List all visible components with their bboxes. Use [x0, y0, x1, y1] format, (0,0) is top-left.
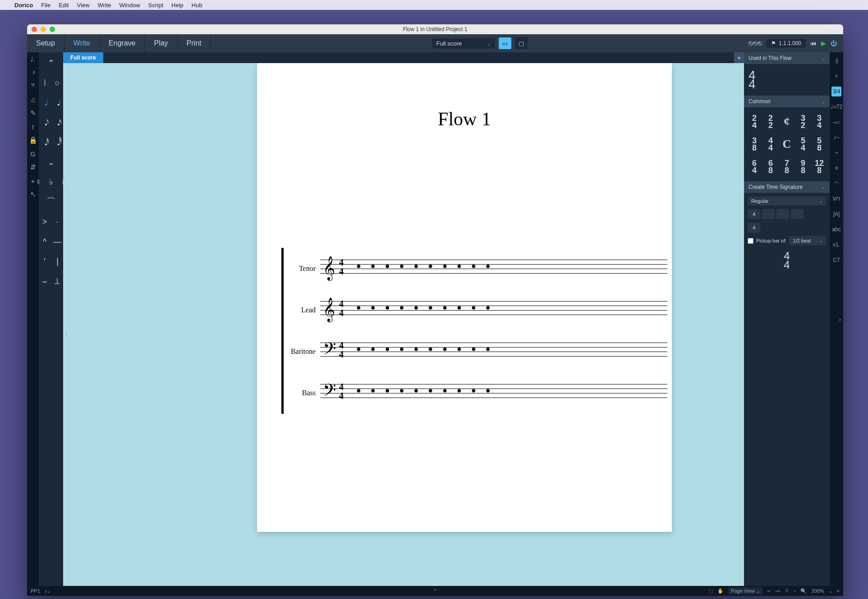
note-duration-button[interactable]: ^ — [40, 235, 49, 248]
note-duration-button[interactable]: ○ — [53, 76, 62, 90]
power-icon[interactable]: ⏻ — [831, 40, 837, 47]
note-duration-button[interactable]: 𝅘𝅥𝅮 — [40, 116, 49, 129]
grid-icon[interactable]: ⠿ — [785, 588, 789, 594]
time-sig-78[interactable]: 78 — [780, 157, 794, 177]
staff-lines[interactable]: 𝄢44● ● ● ● ● ● ● ● ● ● — [320, 384, 667, 402]
menu-edit[interactable]: Edit — [59, 2, 69, 9]
time-sig-32[interactable]: 32 — [796, 112, 810, 132]
staff-bass[interactable]: Bass𝄢44● ● ● ● ● ● ● ● ● ● — [284, 372, 667, 414]
time-sig-22[interactable]: 22 — [764, 112, 777, 132]
notes[interactable]: ● ● ● ● ● ● ● ● ● ● — [356, 303, 494, 312]
note-duration-button[interactable]: — — [53, 235, 62, 248]
dynamics-panel-button[interactable]: 𝆒 — [831, 117, 841, 127]
rewind-icon[interactable]: ⏮ — [810, 40, 817, 47]
staff-lead[interactable]: Lead𝄞44● ● ● ● ● ● ● ● ● ● — [284, 289, 667, 331]
view-mode-selector[interactable]: Page View — [728, 587, 762, 594]
mode-play-button[interactable]: Play — [145, 34, 177, 52]
mode-write-button[interactable]: Write — [64, 34, 100, 52]
ts-type-selector[interactable]: Regular — [748, 197, 826, 206]
notes[interactable]: ● ● ● ● ● ● ● ● ● ● — [356, 344, 494, 354]
pickup-value-selector[interactable]: 1/2 beat — [789, 236, 826, 245]
text-panel-button[interactable]: abc — [831, 224, 841, 234]
time-sig-¢[interactable]: ¢ — [780, 112, 794, 132]
time-sig-54[interactable]: 54 — [796, 134, 810, 154]
time-sig-34[interactable]: 34 — [813, 112, 826, 132]
time-sig-44[interactable]: 44 — [764, 134, 777, 154]
menu-dorico[interactable]: Dorico — [14, 2, 33, 9]
transport-position[interactable]: ⚑ 1.1.1.000 — [767, 39, 806, 48]
spread-horiz-icon[interactable]: ▫▫ — [767, 588, 771, 594]
denominator-input[interactable]: 4 — [748, 223, 760, 233]
left-panel-toggle[interactable]: ‹ — [63, 325, 69, 343]
time-sig-68[interactable]: 68 — [764, 157, 777, 177]
clef-sel-icon[interactable]: 𝄢 — [29, 82, 37, 90]
common-panel-header[interactable]: Common — [744, 96, 830, 107]
note-duration-button[interactable]: 𝅘𝅥 — [53, 96, 62, 110]
lock-icon[interactable]: 🔒 — [29, 136, 37, 144]
menu-help[interactable]: Help — [171, 2, 184, 9]
notes[interactable]: ● ● ● ● ● ● ● ● ● ● — [356, 386, 494, 395]
time-sig-128[interactable]: 128 — [813, 157, 826, 177]
menu-hub[interactable]: Hub — [192, 2, 202, 9]
chevron-down-icon[interactable] — [829, 588, 832, 594]
holds-panel-button[interactable]: ◠ — [831, 178, 841, 188]
galley-view-button[interactable]: ▭ — [499, 37, 511, 49]
staff-tenor[interactable]: Tenor𝄞44● ● ● ● ● ● ● ● ● ● — [284, 248, 667, 289]
note-duration-button[interactable]: ♮ — [34, 175, 43, 189]
page-view-button[interactable]: ▢ — [515, 37, 528, 49]
zoom-level[interactable]: 200% — [811, 588, 824, 594]
cursor-icon[interactable]: I — [29, 123, 37, 131]
mode-print-button[interactable]: Print — [178, 34, 211, 52]
layout-tab[interactable]: Full score — [63, 52, 103, 63]
numerator-4[interactable] — [791, 209, 804, 219]
note-duration-button[interactable]: ⁀ — [46, 195, 55, 209]
bottom-panel-toggle[interactable]: ⌃ — [433, 588, 437, 594]
zoom-out-button[interactable]: − — [793, 588, 796, 594]
notes[interactable]: ● ● ● ● ● ● ● ● ● ● — [356, 261, 494, 271]
note-duration-button[interactable]: ′ — [40, 255, 49, 268]
dotted-icon[interactable]: ♩. — [29, 55, 37, 63]
rehearsal-panel-button[interactable]: [A] — [831, 209, 841, 219]
mode-setup-button[interactable]: Setup — [27, 34, 64, 52]
time-sig-58[interactable]: 58 — [813, 134, 826, 154]
lyrics-panel-button[interactable]: v1. — [831, 240, 841, 250]
note-duration-button[interactable]: ❘ — [53, 255, 62, 268]
menu-write[interactable]: Write — [97, 2, 111, 9]
note-duration-button[interactable]: ⊥ — [53, 274, 62, 288]
grace-icon[interactable]: G — [29, 150, 37, 158]
note-duration-button[interactable]: 𝅘𝅥𝅯 — [53, 116, 62, 129]
used-time-sig[interactable]: 4 4 — [749, 71, 756, 89]
tempo-panel-button[interactable]: ♩=72 — [831, 102, 841, 112]
marquee-icon[interactable]: ⬚ — [708, 588, 713, 594]
staff-lines[interactable]: 𝄞44● ● ● ● ● ● ● ● ● ● — [320, 260, 667, 278]
chords-panel-button[interactable]: C7 — [831, 255, 841, 265]
staff-baritone[interactable]: Baritone𝄢44● ● ● ● ● ● ● ● ● ● — [284, 331, 667, 372]
playing-panel-button[interactable]: V⊓ — [831, 194, 841, 204]
zoom-in-button[interactable]: + — [837, 588, 840, 594]
note-duration-button[interactable]: 𝄁 — [40, 76, 49, 90]
note-duration-button[interactable]: ⌄ — [46, 155, 55, 169]
numerator-3[interactable] — [776, 209, 789, 219]
note-duration-button[interactable]: 𝅗𝅥 — [40, 96, 49, 110]
mode-engrave-button[interactable]: Engrave — [100, 34, 145, 52]
play-icon[interactable]: ▶ — [821, 40, 826, 47]
used-panel-header[interactable]: Used in This Flow — [744, 52, 830, 64]
layout-selector[interactable]: Full score — [432, 38, 495, 49]
time-sig-C[interactable]: C — [780, 134, 794, 154]
note-duration-button[interactable]: ⌃ — [46, 56, 55, 70]
time-sig-64[interactable]: 64 — [748, 157, 761, 177]
bars-panel-button[interactable]: ≡ — [831, 163, 841, 173]
time-sig-38[interactable]: 38 — [748, 134, 761, 154]
beam-icon[interactable]: ♫ — [29, 96, 37, 104]
clefs-panel-button[interactable]: 𝄞 — [831, 56, 841, 66]
chevron-down-icon[interactable] — [47, 588, 51, 594]
menu-script[interactable]: Script — [148, 2, 163, 9]
spread-vert-icon[interactable]: ▫▫▫ — [775, 588, 781, 594]
page-viewport[interactable]: Flow 1 Tenor𝄞44● ● ● ● ● ● ● ● ● ●Lead𝄞4… — [63, 63, 744, 586]
select-icon[interactable]: ↖ — [29, 190, 37, 198]
staff-lines[interactable]: 𝄢44● ● ● ● ● ● ● ● ● ● — [320, 343, 667, 361]
time-sig-panel-button[interactable]: 3/4 — [831, 87, 841, 96]
note-duration-button[interactable]: 𝅘𝅥𝅱 — [53, 136, 62, 149]
time-sig-24[interactable]: 24 — [748, 112, 761, 132]
note-duration-button[interactable]: ♭ — [46, 175, 55, 189]
